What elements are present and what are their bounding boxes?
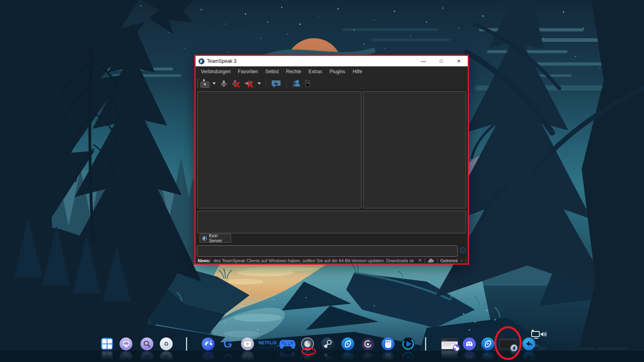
taskbar-item-recycle-bin[interactable]: ♻ bbox=[160, 337, 173, 350]
taskbar-item-window-preview-browser[interactable] bbox=[441, 338, 458, 350]
menu-verbindungen[interactable]: Verbindungen bbox=[197, 66, 234, 77]
epic-games-icon: EPIC bbox=[382, 337, 394, 350]
monitor-icon bbox=[120, 337, 132, 350]
dock-separator bbox=[425, 337, 426, 351]
dock-separator bbox=[186, 337, 187, 351]
windows-logo-icon bbox=[101, 338, 113, 350]
window-titlebar[interactable]: TeamSpeak 3 — □ ✕ bbox=[196, 56, 468, 66]
away-status-icon[interactable] bbox=[271, 79, 281, 88]
connection-status: Getrennt bbox=[440, 258, 458, 263]
menu-bar: Verbindungen Favoriten Selbst Rechte Ext… bbox=[196, 66, 468, 77]
teamspeak-logo-badge bbox=[510, 344, 518, 352]
emoji-picker-icon[interactable] bbox=[460, 247, 466, 254]
taskbar-item-windows-start[interactable] bbox=[101, 338, 113, 350]
teamspeak-window: TeamSpeak 3 — □ ✕ Verbindungen Favoriten… bbox=[196, 56, 468, 263]
battlenet-icon bbox=[481, 337, 494, 350]
server-tab-teamspeak-icon bbox=[202, 236, 207, 241]
menu-hilfe[interactable]: Hilfe bbox=[349, 66, 366, 77]
connect-icon[interactable]: ∧ ✕ bbox=[200, 80, 209, 88]
taskbar-item-google[interactable]: G bbox=[221, 337, 234, 350]
menu-favoriten[interactable]: Favoriten bbox=[234, 66, 262, 77]
search-icon bbox=[140, 337, 153, 350]
teamspeak-window-thumbnail bbox=[500, 339, 516, 349]
server-tab[interactable]: Kein Server bbox=[200, 234, 231, 243]
speakers-muted-icon[interactable] bbox=[244, 79, 254, 88]
recycle-bin-icon: ♻ bbox=[160, 337, 173, 350]
globe-badge-icon bbox=[453, 344, 460, 351]
minimize-button[interactable]: — bbox=[415, 56, 432, 66]
microphone-icon[interactable] bbox=[219, 79, 228, 88]
menu-selbst[interactable]: Selbst bbox=[262, 66, 282, 77]
resize-grip[interactable]: ▪ bbox=[461, 259, 462, 263]
taskbar-item-teamspeak[interactable] bbox=[301, 337, 314, 350]
toolbar-drag-handle[interactable] bbox=[197, 79, 199, 88]
taskbar-item-netflix[interactable]: NETFLIX bbox=[258, 341, 277, 345]
window-title: TeamSpeak 3 bbox=[207, 58, 236, 64]
chat-input[interactable] bbox=[197, 245, 458, 257]
ubisoft-swirl-icon bbox=[361, 337, 374, 350]
taskbar-item-game-controller[interactable] bbox=[279, 339, 296, 350]
connect-dropdown-icon[interactable] bbox=[213, 82, 216, 84]
news-label: News: bbox=[198, 258, 211, 263]
window-main-area: Kein Server News: des TeamSpeak Clients … bbox=[196, 90, 468, 263]
screen-share-audio-icon bbox=[530, 328, 548, 341]
maximize-button[interactable]: □ bbox=[432, 56, 450, 66]
badge-wolf-icon[interactable] bbox=[304, 79, 312, 88]
artist-watermark: MIKAEL GUSTAFSSON bbox=[580, 347, 629, 350]
taskbar-item-discord[interactable] bbox=[463, 337, 476, 350]
taskbar-item-media-play[interactable] bbox=[402, 337, 415, 350]
channel-tree-panel[interactable] bbox=[197, 91, 361, 208]
taskbar-item-search[interactable] bbox=[140, 337, 153, 350]
globe-icon bbox=[202, 337, 215, 350]
microphone-muted-icon[interactable] bbox=[231, 79, 241, 88]
toolbar: ∧ ✕ bbox=[196, 77, 468, 90]
status-bar: News: des TeamSpeak Clients auf Windows … bbox=[196, 257, 468, 263]
disconnected-cloud-icon bbox=[428, 258, 434, 263]
info-panel[interactable] bbox=[363, 91, 466, 208]
contacts-icon[interactable] bbox=[291, 79, 301, 88]
menu-plugins[interactable]: Plugins bbox=[326, 66, 349, 77]
news-close-icon[interactable]: ✕ bbox=[418, 258, 422, 263]
desktop: MIKAEL GUSTAFSSON TeamSpeak 3 — □ ✕ Verb… bbox=[0, 0, 644, 362]
battlenet-icon bbox=[341, 337, 354, 350]
discord-icon bbox=[463, 337, 476, 350]
gamepad-icon bbox=[279, 339, 296, 350]
taskbar-item-battlenet[interactable] bbox=[341, 337, 354, 350]
news-ticker-text: des TeamSpeak Clients auf Windows haben,… bbox=[213, 258, 413, 263]
teamspeak-logo-icon bbox=[198, 58, 204, 64]
taskbar-item-cast-audio[interactable] bbox=[530, 328, 548, 341]
chat-log-panel[interactable] bbox=[197, 211, 466, 233]
play-triangle-icon bbox=[402, 337, 415, 350]
taskbar-item-steam[interactable] bbox=[321, 337, 334, 350]
taskbar-item-youtube[interactable] bbox=[241, 337, 254, 350]
google-g-icon: G bbox=[221, 337, 234, 350]
taskbar-item-ubisoft-connect[interactable] bbox=[361, 337, 374, 350]
menu-rechte[interactable]: Rechte bbox=[282, 66, 305, 77]
teamspeak-dock-icon bbox=[301, 337, 314, 350]
close-button[interactable]: ✕ bbox=[450, 56, 468, 66]
steam-icon bbox=[321, 337, 334, 350]
taskbar-item-browser-globe[interactable] bbox=[202, 337, 215, 350]
browser-window-thumbnail bbox=[441, 338, 458, 350]
menu-extras[interactable]: Extras bbox=[305, 66, 326, 77]
netflix-logo: NETFLIX bbox=[258, 341, 277, 345]
taskbar-item-my-computer[interactable] bbox=[120, 337, 132, 350]
taskbar-item-window-preview-teamspeak[interactable] bbox=[500, 339, 516, 349]
server-tab-label: Kein Server bbox=[209, 233, 231, 243]
taskbar-item-epic-games[interactable]: EPIC bbox=[382, 337, 394, 350]
speakers-dropdown-icon[interactable] bbox=[258, 82, 261, 84]
taskbar-item-battlenet-2[interactable] bbox=[481, 337, 494, 350]
youtube-play-icon bbox=[241, 337, 254, 350]
